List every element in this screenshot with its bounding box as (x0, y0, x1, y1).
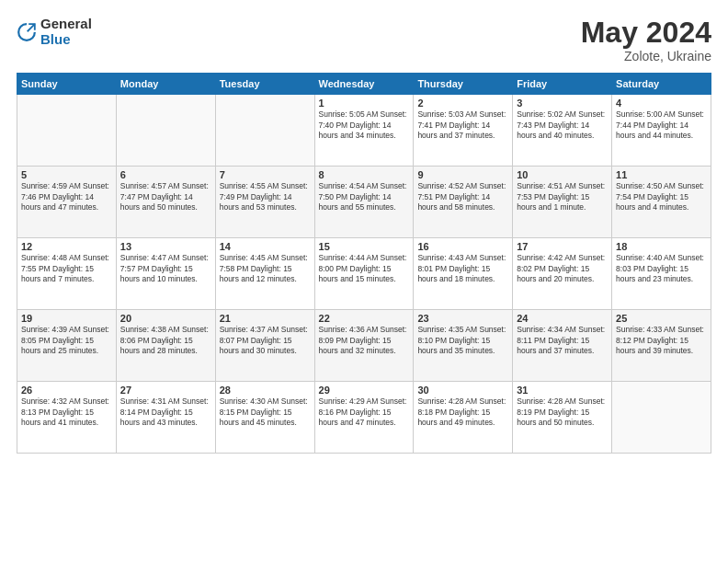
calendar-week-row: 19Sunrise: 4:39 AM Sunset: 8:05 PM Dayli… (17, 310, 711, 382)
day-info: Sunrise: 5:02 AM Sunset: 7:43 PM Dayligh… (517, 109, 608, 141)
day-number: 30 (417, 385, 508, 396)
day-number: 1 (319, 98, 410, 109)
table-row: 16Sunrise: 4:43 AM Sunset: 8:01 PM Dayli… (414, 238, 513, 310)
table-row: 14Sunrise: 4:45 AM Sunset: 7:58 PM Dayli… (215, 238, 314, 310)
header-saturday: Saturday (612, 74, 711, 95)
calendar-week-row: 12Sunrise: 4:48 AM Sunset: 7:55 PM Dayli… (17, 238, 711, 310)
day-info: Sunrise: 4:48 AM Sunset: 7:55 PM Dayligh… (21, 253, 112, 284)
day-number: 27 (120, 385, 211, 396)
logo-general-text: General (40, 17, 92, 32)
day-number: 13 (120, 241, 211, 252)
table-row: 11Sunrise: 4:50 AM Sunset: 7:54 PM Dayli… (612, 167, 711, 238)
day-number: 29 (319, 385, 410, 396)
table-row (215, 95, 314, 167)
table-row: 20Sunrise: 4:38 AM Sunset: 8:06 PM Dayli… (116, 310, 215, 382)
header-monday: Monday (116, 74, 215, 95)
day-info: Sunrise: 4:40 AM Sunset: 8:03 PM Dayligh… (616, 253, 707, 284)
day-info: Sunrise: 4:33 AM Sunset: 8:12 PM Dayligh… (616, 325, 707, 356)
day-number: 2 (417, 98, 508, 109)
logo-text: General Blue (40, 17, 92, 47)
table-row: 7Sunrise: 4:55 AM Sunset: 7:49 PM Daylig… (215, 167, 314, 238)
day-number: 25 (616, 313, 707, 324)
day-info: Sunrise: 4:32 AM Sunset: 8:13 PM Dayligh… (21, 396, 112, 428)
header-thursday: Thursday (414, 74, 513, 95)
header-tuesday: Tuesday (215, 74, 314, 95)
day-number: 23 (417, 313, 508, 324)
day-number: 28 (220, 385, 311, 396)
day-number: 11 (616, 169, 707, 180)
table-row: 12Sunrise: 4:48 AM Sunset: 7:55 PM Dayli… (17, 238, 117, 310)
table-row: 8Sunrise: 4:54 AM Sunset: 7:50 PM Daylig… (314, 167, 414, 238)
day-number: 22 (319, 313, 410, 324)
day-number: 7 (220, 169, 311, 180)
day-info: Sunrise: 4:47 AM Sunset: 7:57 PM Dayligh… (120, 253, 211, 284)
table-row: 1Sunrise: 5:05 AM Sunset: 7:40 PM Daylig… (314, 95, 414, 167)
day-info: Sunrise: 4:36 AM Sunset: 8:09 PM Dayligh… (319, 325, 410, 356)
day-info: Sunrise: 4:30 AM Sunset: 8:15 PM Dayligh… (220, 396, 311, 428)
table-row: 10Sunrise: 4:51 AM Sunset: 7:53 PM Dayli… (513, 167, 612, 238)
day-info: Sunrise: 4:54 AM Sunset: 7:50 PM Dayligh… (319, 181, 410, 213)
day-number: 6 (120, 169, 211, 180)
logo-icon (17, 22, 37, 42)
day-number: 10 (517, 169, 608, 180)
table-row: 22Sunrise: 4:36 AM Sunset: 8:09 PM Dayli… (314, 310, 414, 382)
day-number: 24 (517, 313, 608, 324)
table-row: 17Sunrise: 4:42 AM Sunset: 8:02 PM Dayli… (513, 238, 612, 310)
table-row: 19Sunrise: 4:39 AM Sunset: 8:05 PM Dayli… (17, 310, 117, 382)
title-block: May 2024 Zolote, Ukraine (581, 17, 711, 63)
day-info: Sunrise: 4:28 AM Sunset: 8:19 PM Dayligh… (517, 396, 608, 428)
day-number: 17 (517, 241, 608, 252)
day-number: 18 (616, 241, 707, 252)
day-info: Sunrise: 4:34 AM Sunset: 8:11 PM Dayligh… (517, 325, 608, 356)
day-info: Sunrise: 4:57 AM Sunset: 7:47 PM Dayligh… (120, 181, 211, 213)
table-row: 31Sunrise: 4:28 AM Sunset: 8:19 PM Dayli… (513, 382, 612, 454)
day-info: Sunrise: 4:51 AM Sunset: 7:53 PM Dayligh… (517, 181, 608, 213)
day-info: Sunrise: 5:00 AM Sunset: 7:44 PM Dayligh… (616, 109, 707, 141)
day-info: Sunrise: 4:50 AM Sunset: 7:54 PM Dayligh… (616, 181, 707, 213)
logo: General Blue (17, 17, 92, 47)
header: General Blue May 2024 Zolote, Ukraine (17, 17, 711, 63)
table-row (612, 382, 711, 454)
table-row (17, 95, 117, 167)
calendar-table: Sunday Monday Tuesday Wednesday Thursday… (17, 73, 711, 454)
table-row: 13Sunrise: 4:47 AM Sunset: 7:57 PM Dayli… (116, 238, 215, 310)
day-info: Sunrise: 4:38 AM Sunset: 8:06 PM Dayligh… (120, 325, 211, 356)
table-row: 4Sunrise: 5:00 AM Sunset: 7:44 PM Daylig… (612, 95, 711, 167)
day-number: 16 (417, 241, 508, 252)
day-number: 31 (517, 385, 608, 396)
calendar-week-row: 5Sunrise: 4:59 AM Sunset: 7:46 PM Daylig… (17, 167, 711, 238)
day-info: Sunrise: 4:28 AM Sunset: 8:18 PM Dayligh… (417, 396, 508, 428)
day-number: 3 (517, 98, 608, 109)
day-number: 5 (21, 169, 112, 180)
table-row: 29Sunrise: 4:29 AM Sunset: 8:16 PM Dayli… (314, 382, 414, 454)
table-row: 26Sunrise: 4:32 AM Sunset: 8:13 PM Dayli… (17, 382, 117, 454)
table-row: 27Sunrise: 4:31 AM Sunset: 8:14 PM Dayli… (116, 382, 215, 454)
table-row: 15Sunrise: 4:44 AM Sunset: 8:00 PM Dayli… (314, 238, 414, 310)
table-row: 30Sunrise: 4:28 AM Sunset: 8:18 PM Dayli… (414, 382, 513, 454)
calendar-week-row: 26Sunrise: 4:32 AM Sunset: 8:13 PM Dayli… (17, 382, 711, 454)
day-number: 21 (220, 313, 311, 324)
day-number: 15 (319, 241, 410, 252)
day-info: Sunrise: 4:29 AM Sunset: 8:16 PM Dayligh… (319, 396, 410, 428)
day-number: 14 (220, 241, 311, 252)
table-row: 23Sunrise: 4:35 AM Sunset: 8:10 PM Dayli… (414, 310, 513, 382)
table-row: 3Sunrise: 5:02 AM Sunset: 7:43 PM Daylig… (513, 95, 612, 167)
day-info: Sunrise: 4:45 AM Sunset: 7:58 PM Dayligh… (220, 253, 311, 284)
weekday-header-row: Sunday Monday Tuesday Wednesday Thursday… (17, 74, 711, 95)
header-sunday: Sunday (17, 74, 117, 95)
day-info: Sunrise: 4:55 AM Sunset: 7:49 PM Dayligh… (220, 181, 311, 213)
header-friday: Friday (513, 74, 612, 95)
logo-blue-text: Blue (40, 32, 92, 48)
day-number: 12 (21, 241, 112, 252)
day-info: Sunrise: 5:03 AM Sunset: 7:41 PM Dayligh… (417, 109, 508, 141)
day-info: Sunrise: 4:59 AM Sunset: 7:46 PM Dayligh… (21, 181, 112, 213)
day-number: 19 (21, 313, 112, 324)
table-row: 28Sunrise: 4:30 AM Sunset: 8:15 PM Dayli… (215, 382, 314, 454)
header-wednesday: Wednesday (314, 74, 414, 95)
day-info: Sunrise: 5:05 AM Sunset: 7:40 PM Dayligh… (319, 109, 410, 141)
day-number: 8 (319, 169, 410, 180)
table-row: 2Sunrise: 5:03 AM Sunset: 7:41 PM Daylig… (414, 95, 513, 167)
table-row: 9Sunrise: 4:52 AM Sunset: 7:51 PM Daylig… (414, 167, 513, 238)
day-info: Sunrise: 4:39 AM Sunset: 8:05 PM Dayligh… (21, 325, 112, 356)
day-info: Sunrise: 4:52 AM Sunset: 7:51 PM Dayligh… (417, 181, 508, 213)
